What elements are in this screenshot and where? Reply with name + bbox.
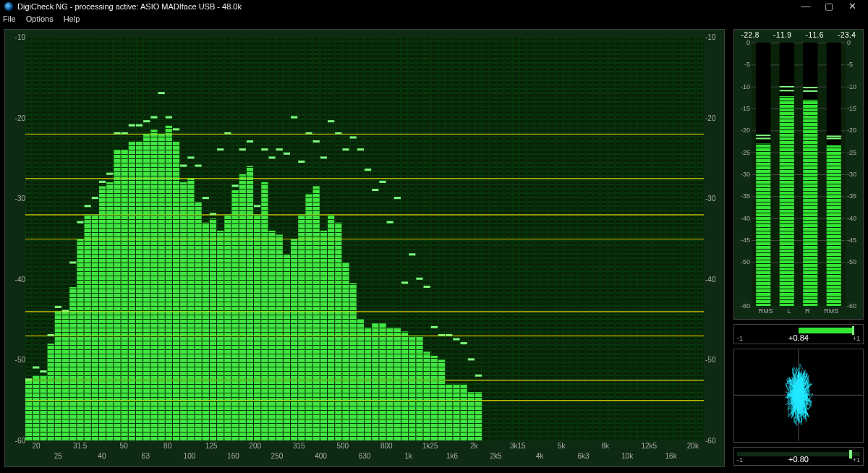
- goniometer[interactable]: [733, 349, 864, 443]
- level-meter-peaks: -22.8-11.9-11.6-23.4: [734, 31, 863, 41]
- spectrum-plot: [25, 37, 704, 440]
- correlation-bar: [799, 328, 853, 333]
- window-title: DigiCheck NG - processing active: ASIO M…: [17, 2, 242, 11]
- menubar: File Options Help: [0, 13, 868, 25]
- menu-file[interactable]: File: [3, 14, 16, 23]
- menu-help[interactable]: Help: [64, 14, 80, 23]
- minimize-button[interactable]: —: [794, 0, 817, 13]
- app-icon: [4, 2, 13, 11]
- close-button[interactable]: ✕: [841, 0, 864, 13]
- window-titlebar: DigiCheck NG - processing active: ASIO M…: [0, 0, 868, 13]
- spectrum-y-axis-right: -10-20-30-40-50-60: [704, 37, 724, 440]
- goniometer-slider-value: +0.80: [734, 455, 863, 464]
- level-meters[interactable]: -22.8-11.9-11.6-23.4 0-5-10-15-20-25-30-…: [733, 29, 864, 320]
- spectrum-x-axis: 202531.540506380100125160200250315400500…: [25, 442, 704, 466]
- level-meter-labels: RMSLRRMS: [752, 307, 846, 318]
- spectrum-y-axis-left: -10-20-30-40-50-60: [5, 37, 25, 440]
- maximize-button[interactable]: ▢: [817, 0, 841, 13]
- correlation-meter[interactable]: -1 +1 +0.84: [733, 324, 864, 344]
- level-meter-y-right: 0-5-10-15-20-25-30-35-40-45-50-60: [847, 43, 863, 306]
- spectrum-analyzer[interactable]: -10-20-30-40-50-60 -10-20-30-40-50-60 20…: [4, 29, 725, 467]
- goniometer-slider[interactable]: -1 +1 +0.80: [733, 447, 864, 466]
- level-meter-y-left: 0-5-10-15-20-25-30-35-40-45-50-60: [734, 43, 750, 306]
- correlation-value: +0.84: [734, 333, 863, 342]
- menu-options[interactable]: Options: [26, 14, 54, 23]
